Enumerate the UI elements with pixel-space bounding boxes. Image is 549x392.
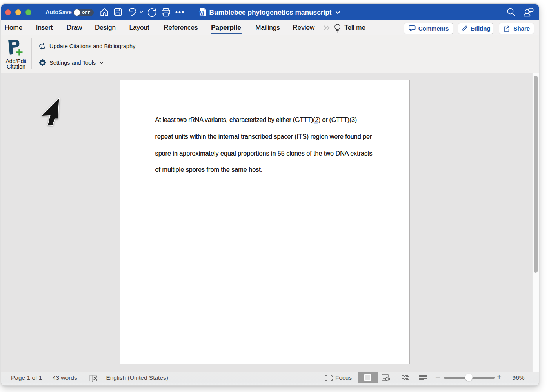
- svg-text:W: W: [200, 11, 204, 15]
